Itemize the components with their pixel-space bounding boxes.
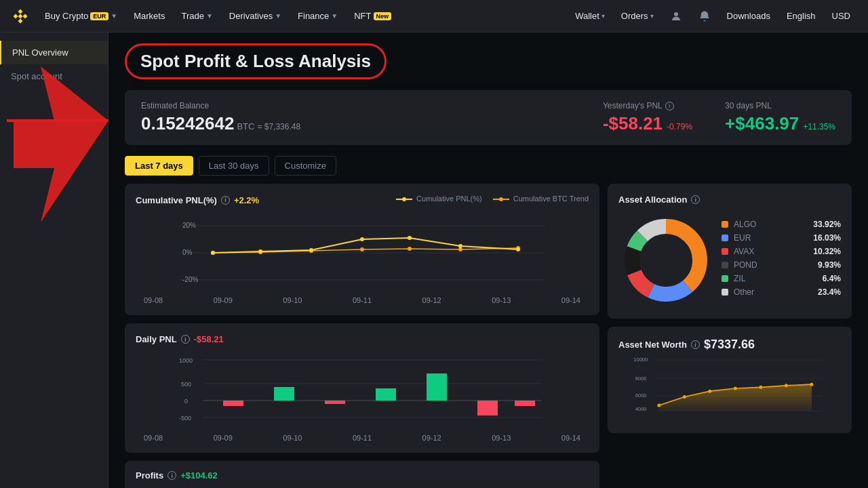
legend-row-pond: POND 9.93%	[722, 260, 841, 270]
svg-point-68	[734, 387, 737, 390]
svg-text:10000: 10000	[633, 357, 648, 363]
algo-color	[722, 221, 728, 228]
nav-markets[interactable]: Markets	[127, 0, 172, 33]
balance-label: Estimated Balance	[141, 101, 300, 110]
nav-nft[interactable]: NFT New	[347, 0, 398, 33]
finance-chevron: ▼	[331, 12, 338, 20]
svg-point-27	[258, 249, 262, 253]
eur-color	[722, 235, 728, 241]
profits-info-icon[interactable]: i	[167, 471, 176, 480]
cumulative-pnl-x-labels: 09-08 09-09 09-10 09-11 09-12 09-13 09-1…	[136, 296, 589, 304]
svg-point-69	[759, 386, 762, 389]
balance-section: Estimated Balance 0.15242642 BTC = $7,33…	[125, 90, 852, 145]
daily-pnl-card: Daily PNL i -$58.21 1000 500 0	[125, 323, 599, 453]
svg-point-28	[309, 248, 313, 252]
svg-text:20%: 20%	[182, 222, 196, 229]
daily-pnl-chart: 1000 500 0 -500	[136, 350, 589, 431]
yesterday-pnl-block: Yesterday's PNL i -$58.21 -0.79%	[603, 101, 692, 134]
svg-text:0%: 0%	[182, 249, 193, 256]
avax-pct: 10.32%	[813, 247, 841, 256]
cumulative-pnl-info-icon[interactable]: i	[221, 196, 230, 205]
cumulative-pnl-chart: 20% 0% -20%	[136, 212, 589, 293]
svg-point-65	[657, 404, 660, 407]
nav-user-icon[interactable]	[663, 0, 689, 33]
svg-rect-43	[274, 387, 294, 401]
balance-usd: = $7,336.48	[257, 122, 300, 131]
zil-pct: 6.4%	[823, 274, 841, 283]
30day-pnl-value: +$463.97	[725, 113, 799, 134]
nav-buy-crypto[interactable]: Buy Crypto EUR ▼	[38, 0, 124, 33]
other-color	[722, 289, 728, 296]
nav-english[interactable]: English	[780, 0, 823, 33]
svg-rect-45	[376, 388, 396, 401]
cumulative-pnl-card: Cumulative PNL(%) i +2.2% Cumulative PNL…	[125, 184, 599, 315]
asset-allocation-card: Asset Allocation i	[608, 184, 852, 319]
nav-finance[interactable]: Finance▼	[291, 0, 344, 33]
logo[interactable]	[11, 7, 30, 26]
daily-pnl-value: -$58.21	[194, 334, 224, 344]
nav-derivatives[interactable]: Derivatives▼	[222, 0, 288, 33]
yesterday-pnl-info-icon[interactable]: i	[665, 102, 674, 110]
other-pct: 23.4%	[818, 287, 841, 297]
eur-pct: 16.03%	[813, 233, 841, 243]
svg-point-29	[360, 237, 364, 241]
svg-rect-48	[515, 401, 535, 406]
pond-color	[722, 262, 728, 268]
svg-point-71	[810, 383, 813, 386]
asset-net-worth-card: Asset Net Worth i $7337.66 10000 8000 60…	[608, 327, 852, 433]
svg-point-66	[683, 395, 686, 399]
legend-btc-trend: Cumulative BTC Trend	[493, 195, 589, 203]
svg-rect-47	[477, 401, 498, 415]
svg-text:4000: 4000	[635, 406, 647, 412]
eur-name: EUR	[734, 233, 808, 243]
nav-right: Wallet▾ Orders▾ Downloads English USD	[568, 0, 857, 33]
nav-wallet[interactable]: Wallet▾	[568, 0, 612, 33]
nav-downloads[interactable]: Downloads	[720, 0, 777, 33]
nav-bell-icon[interactable]	[692, 0, 717, 33]
cumulative-pnl-legend: Cumulative PNL(%) Cumulative BTC Trend	[396, 195, 589, 203]
asset-net-worth-info-icon[interactable]: i	[691, 340, 700, 349]
svg-text:-20%: -20%	[182, 276, 198, 283]
yesterday-pnl-value: -$58.21	[603, 113, 663, 134]
date-tabs: Last 7 days Last 30 days Customize	[125, 156, 852, 176]
main-content: Spot Profit & Loss Analysis Estimated Ba…	[108, 33, 868, 488]
cumulative-pnl-title: Cumulative PNL(%) i +2.2%	[136, 195, 259, 205]
sidebar-item-pnl-overview[interactable]: PNL Overview	[0, 41, 108, 64]
tab-last-7-days[interactable]: Last 7 days	[125, 156, 193, 176]
daily-pnl-info-icon[interactable]: i	[181, 335, 190, 344]
svg-text:8000: 8000	[635, 375, 647, 382]
legend-row-algo: ALGO 33.92%	[722, 220, 841, 229]
other-name: Other	[734, 287, 812, 297]
svg-point-26	[211, 251, 215, 255]
dropdown-chevron: ▼	[111, 12, 117, 20]
asset-allocation-title: Asset Allocation i	[618, 195, 841, 205]
svg-point-67	[708, 390, 711, 393]
annotation-arrow	[108, 33, 122, 317]
right-col: Asset Allocation i	[608, 184, 852, 488]
legend-row-zil: ZIL 6.4%	[722, 274, 841, 283]
svg-point-10	[402, 197, 406, 201]
profits-section: Profits i +$104.62	[125, 461, 599, 488]
asset-alloc-info-icon[interactable]: i	[691, 195, 700, 204]
zil-color	[722, 275, 728, 282]
balance-unit: BTC	[237, 121, 254, 131]
estimated-balance-block: Estimated Balance 0.15242642 BTC = $7,33…	[141, 101, 300, 134]
nav-usd[interactable]: USD	[825, 0, 857, 33]
30day-pnl-block: 30 days PNL +$463.97 +11.35%	[725, 101, 835, 134]
tab-last-30-days[interactable]: Last 30 days	[199, 156, 269, 176]
trade-chevron: ▼	[206, 12, 213, 20]
legend-row-eur: EUR 16.03%	[722, 233, 841, 243]
legend-cumulative: Cumulative PNL(%)	[396, 195, 482, 203]
sidebar-item-spot-account[interactable]: Spot account	[0, 64, 108, 88]
asset-alloc-content: ALGO 33.92% EUR 16.03% AVAX	[618, 213, 841, 308]
svg-point-23	[408, 247, 412, 251]
svg-point-32	[516, 247, 520, 251]
tab-customize[interactable]: Customize	[275, 156, 336, 176]
nav-trade[interactable]: Trade▼	[174, 0, 219, 33]
page-title: Spot Profit & Loss Analysis	[125, 43, 387, 79]
nav-orders[interactable]: Orders▾	[614, 0, 660, 33]
svg-point-6	[674, 12, 678, 16]
net-worth-chart: 10000 8000 6000 4000	[618, 354, 841, 422]
30day-pnl-label: 30 days PNL	[725, 101, 835, 110]
svg-text:6000: 6000	[635, 392, 647, 399]
